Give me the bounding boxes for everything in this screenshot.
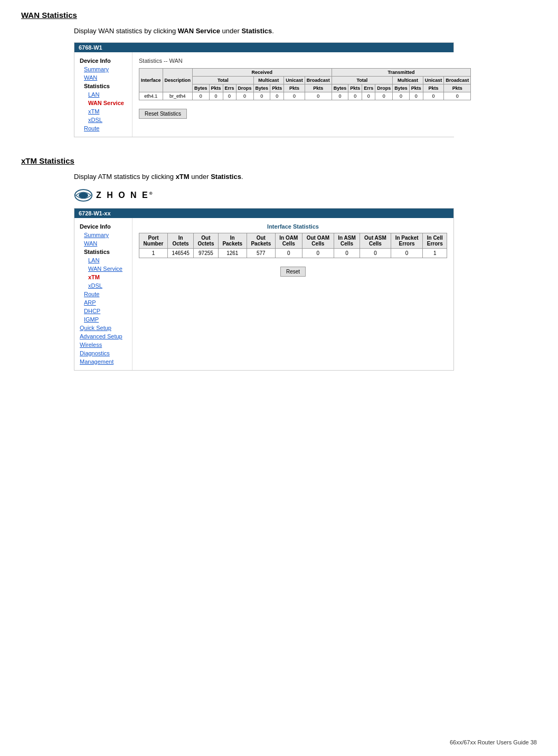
col-pkts-r: Pkts (209, 84, 223, 92)
xtm-reset-button[interactable]: Reset (280, 267, 306, 277)
xtm-sidebar-wan-service[interactable]: WAN Service (74, 264, 132, 273)
xtm-sidebar-summary[interactable]: Summary (74, 231, 132, 239)
col-transmitted-total: Total (332, 77, 393, 84)
sidebar-wan-service[interactable]: WAN Service (74, 99, 132, 107)
xtm-desc-prefix: Display ATM statistics by clicking (74, 173, 176, 181)
wan-desc-bold: WAN Service (178, 27, 220, 35)
xtm-sidebar-statistics: Statistics (74, 248, 132, 256)
xtm-desc-end: . (241, 173, 243, 181)
xtm-main-content: Interface Statistics PortNumber InOctets… (133, 218, 453, 370)
reset-statistics-button[interactable]: Reset Statistics (139, 109, 187, 119)
xtm-desc-bold2: Statistics (211, 173, 241, 181)
wan-section-description: Display WAN statistics by clicking WAN S… (74, 27, 537, 35)
col-multicast-r: Multicast (253, 77, 284, 84)
col-description: Description (163, 69, 193, 92)
col-bytes-r2: Bytes (253, 84, 270, 92)
xtm-sidebar-igmp[interactable]: IGMP (74, 315, 132, 324)
wan-desc-prefix: Display WAN statistics by clicking (74, 27, 178, 35)
col-multicast-t: Multicast (393, 77, 423, 84)
xtm-sidebar-route[interactable]: Route (74, 290, 132, 298)
cell-in-cell-errors: 1 (423, 249, 447, 258)
col-pkts-r4: Pkts (305, 84, 332, 92)
sidebar-xtm[interactable]: xTM (74, 107, 132, 116)
wan-router-window: 6768-W1 Device Info Summary WAN Statisti… (74, 42, 454, 137)
cell-out-oam: 0 (302, 249, 334, 258)
sidebar-statistics: Statistics (74, 82, 132, 90)
xtm-router-body: Device Info Summary WAN Statistics LAN W… (74, 218, 453, 370)
col-bytes-t2: Bytes (393, 84, 410, 92)
col-received-total: Total (193, 77, 254, 84)
xtm-sidebar: Device Info Summary WAN Statistics LAN W… (74, 218, 133, 370)
col-pkts-t: Pkts (348, 84, 362, 92)
col-out-oam-cells: Out OAMCells (302, 233, 334, 249)
cell-in-pkt-errors: 0 (391, 249, 423, 258)
col-pkts-t2: Pkts (409, 84, 423, 92)
cell-in-octets: 146545 (168, 249, 194, 258)
cell-out-octets: 97255 (194, 249, 219, 258)
xtm-router-window: 6728-W1-xx Device Info Summary WAN Stati… (74, 208, 454, 371)
xtm-sidebar-lan[interactable]: LAN (74, 256, 132, 264)
sidebar-device-info[interactable]: Device Info (74, 56, 132, 65)
col-pkts-r3: Pkts (284, 84, 305, 92)
wan-statistics-section: WAN Statistics Display WAN statistics by… (21, 11, 537, 137)
xtm-titlebar: 6728-W1-xx (74, 209, 453, 218)
cell-out-asm: 0 (360, 249, 391, 258)
xtm-sidebar-xdsl[interactable]: xDSL (74, 281, 132, 290)
col-pkts-t4: Pkts (444, 84, 471, 92)
col-port-number: PortNumber (139, 233, 168, 249)
xtm-table-row: 1 146545 97255 1261 577 0 0 0 0 0 1 (139, 249, 447, 258)
col-pkts-r2: Pkts (270, 84, 284, 92)
col-broadcast-t: Broadcast (444, 77, 471, 84)
svg-point-1 (79, 193, 88, 199)
wan-desc-bold2: Statistics (241, 27, 272, 35)
reset-btn-container: Reset Statistics (139, 105, 471, 119)
wan-section-title: WAN Statistics (21, 11, 537, 20)
col-in-packets: InPackets (218, 233, 247, 249)
xtm-sidebar-diagnostics[interactable]: Diagnostics (74, 349, 132, 357)
col-in-asm-cells: In ASMCells (334, 233, 360, 249)
col-unicast-t: Unicast (423, 77, 444, 84)
col-bytes-t: Bytes (332, 84, 348, 92)
xtm-table-header: PortNumber InOctets OutOctets InPackets … (139, 233, 447, 249)
col-unicast-r: Unicast (284, 77, 305, 84)
xtm-interface-table: PortNumber InOctets OutOctets InPackets … (139, 233, 447, 258)
col-out-asm-cells: Out ASMCells (360, 233, 391, 249)
xtm-sidebar-xtm[interactable]: xTM (74, 273, 132, 281)
cell-in-asm: 0 (334, 249, 360, 258)
sidebar-route[interactable]: Route (74, 124, 132, 133)
cell-interface: eth4.1 (139, 92, 163, 100)
wan-stats-table: Interface Description Received Transmitt… (139, 68, 471, 100)
xtm-sidebar-arp[interactable]: ARP (74, 298, 132, 307)
sidebar-wan[interactable]: WAN (74, 73, 132, 82)
sidebar-lan[interactable]: LAN (74, 90, 132, 99)
sidebar-summary[interactable]: Summary (74, 65, 132, 73)
col-out-packets: OutPackets (247, 233, 275, 249)
xtm-desc-bold: xTM (176, 173, 190, 181)
xtm-sidebar-wan[interactable]: WAN (74, 239, 132, 248)
xtm-sidebar-device-info[interactable]: Device Info (74, 222, 132, 231)
col-in-packet-errors: In PacketErrors (391, 233, 423, 249)
col-errs-t: Errs (362, 84, 375, 92)
zhone-logo: Z H O N E® (74, 188, 537, 203)
col-in-cell-errors: In CellErrors (423, 233, 447, 249)
xtm-statistics-section: xTM Statistics Display ATM statistics by… (21, 156, 537, 371)
xtm-sidebar-wireless[interactable]: Wireless (74, 341, 132, 349)
col-received-group: Received (193, 69, 332, 77)
cell-port: 1 (139, 249, 168, 258)
col-broadcast-r: Broadcast (305, 77, 332, 84)
col-drops-r: Drops (236, 84, 253, 92)
wan-titlebar: 6768-W1 (74, 43, 453, 52)
cell-out-packets: 577 (247, 249, 275, 258)
xtm-sidebar-advanced-setup[interactable]: Advanced Setup (74, 332, 132, 341)
wan-content-title: Statistics -- WAN (139, 58, 471, 64)
wan-main-content: Statistics -- WAN Interface Description … (133, 52, 477, 137)
xtm-sidebar-management[interactable]: Management (74, 357, 132, 366)
cell-in-packets: 1261 (218, 249, 247, 258)
xtm-sidebar-quick-setup[interactable]: Quick Setup (74, 324, 132, 332)
table-row: eth4.1 br_eth4 0 0 0 0 0 0 0 0 0 0 (139, 92, 471, 100)
page-footer: 66xx/67xx Router Users Guide 38 (450, 739, 537, 745)
col-bytes-r: Bytes (193, 84, 210, 92)
col-out-octets: OutOctets (194, 233, 219, 249)
xtm-sidebar-dhcp[interactable]: DHCP (74, 307, 132, 315)
sidebar-xdsl[interactable]: xDSL (74, 116, 132, 124)
